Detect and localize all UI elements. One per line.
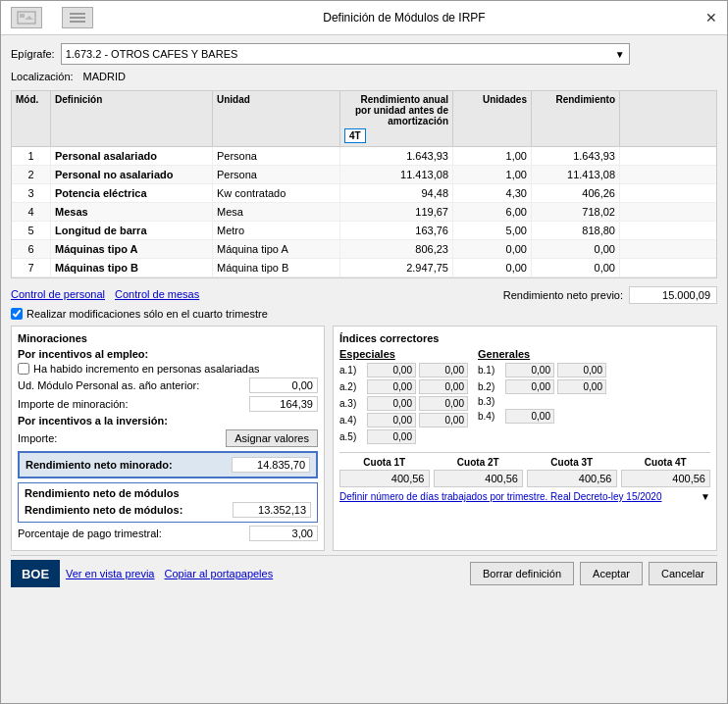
indices-row: a.3) [339,396,468,411]
a1-val1[interactable] [367,363,416,377]
footer-buttons: Borrar definición Aceptar Cancelar [470,562,717,585]
incremento-label: Ha habido incremento en personas asalari… [33,363,260,375]
td-unidad: Máquina tipo B [213,259,340,277]
td-unidades[interactable]: 6,00 [453,203,532,221]
rendimiento-modulos-label: Rendimiento neto de módulos: [25,504,229,516]
cancelar-button[interactable]: Cancelar [649,562,717,585]
th-mod: Mód. [12,91,51,146]
th-definicion: Definición [51,91,213,146]
th-unidad: Unidad [213,91,340,146]
a3-val1[interactable] [367,396,416,411]
b4-val1[interactable] [505,409,554,424]
table-row: 5 Longitud de barra Metro 163,76 5,00 81… [12,222,716,240]
incentivos-empleo-title: Por incentivos al empleo: [18,348,318,360]
localizacion-row: Localización: MADRID [11,69,717,84]
rendimiento-modulos-title: Rendimiento neto de módulos [25,487,311,499]
a4-val1[interactable] [367,413,416,427]
td-definicion: Personal asalariado [51,147,213,165]
incentivos-inversion-title: Por incentivos a la inversión: [18,415,318,427]
td-definicion: Mesas [51,203,213,221]
indices-cols: Especiales a.1) a.2) a.3) [339,348,710,446]
definir-dias-link[interactable]: Definir número de días trabajados por tr… [339,491,662,502]
td-unidades[interactable]: 1,00 [453,147,532,165]
rendimiento-minorado-input[interactable] [232,457,310,473]
td-rend-anual: 11.413,08 [340,166,453,183]
links-row: Control de personal Control de mesas Ren… [11,284,717,304]
title-icons [11,7,93,28]
b1-val1[interactable] [505,363,554,377]
svg-rect-5 [70,21,85,23]
a3-val2[interactable] [419,396,468,411]
cuota-3t-title: Cuota 3T [527,457,617,468]
window-title: Definición de Módulos de IRPF [103,11,705,25]
ud-modulo-input[interactable] [249,377,318,393]
td-rendimiento: 0,00 [532,259,620,277]
copiar-portapapeles-link[interactable]: Copiar al portapapeles [165,568,274,579]
rendimiento-minorado-label: Rendimiento neto minorado: [26,459,228,471]
td-mod: 7 [12,259,51,277]
control-mesas-link[interactable]: Control de mesas [115,288,199,300]
ver-vista-previa-link[interactable]: Ver en vista previa [66,568,155,579]
td-rendimiento: 718,02 [532,203,620,221]
indices-title: Índices correctores [339,332,710,344]
td-definicion: Potencia eléctrica [51,184,213,202]
cuota-3t-col: Cuota 3T 400,56 [527,457,617,487]
epigrafe-row: Epígrafe: 1.673.2 - OTROS CAFES Y BARES … [11,43,717,65]
td-unidades[interactable]: 0,00 [453,259,532,277]
indices-row: b.4) [478,409,606,424]
epigrafe-label: Epígrafe: [11,48,55,60]
close-button[interactable]: ✕ [705,10,717,25]
incremento-checkbox[interactable] [18,363,29,375]
a1-val2[interactable] [419,363,468,377]
dropdown-arrow-icon[interactable]: ▼ [615,49,625,60]
footer-row: BOE Ver en vista previa Copiar al portap… [11,555,717,587]
incremento-row: Ha habido incremento en personas asalari… [18,363,318,375]
td-unidad: Mesa [213,203,340,221]
aceptar-button[interactable]: Aceptar [580,562,643,585]
definir-dropdown-icon[interactable]: ▼ [701,491,710,502]
td-definicion: Personal no asalariado [51,166,213,183]
generales-col: Generales b.1) b.2) b.3) [478,348,606,446]
a2-val2[interactable] [419,379,468,394]
td-unidades[interactable]: 1,00 [453,166,532,183]
ud-modulo-row: Ud. Módulo Personal as. año anterior: [18,377,318,393]
asignar-valores-button[interactable]: Asignar valores [226,429,318,447]
td-definicion: Longitud de barra [51,222,213,239]
a4-val2[interactable] [419,413,468,427]
td-mod: 1 [12,147,51,165]
b2-val1[interactable] [505,379,554,394]
cuota-2t-title: Cuota 2T [434,457,524,468]
table-header: Mód. Definición Unidad Rendimiento anual… [12,91,716,147]
a5-val1[interactable] [367,429,416,444]
importe-minoracion-label: Importe de minoración: [18,398,245,410]
trimestre-checkbox[interactable] [11,308,23,320]
control-personal-link[interactable]: Control de personal [11,288,105,300]
importe-minoracion-input[interactable] [249,396,318,412]
epigrafe-select[interactable]: 1.673.2 - OTROS CAFES Y BARES ▼ [61,43,630,65]
list-icon [68,10,87,25]
porcentaje-row: Porcentaje de pago trimestral: [18,526,318,541]
rendimiento-modulos-input[interactable] [233,502,311,518]
b1-val2[interactable] [557,363,606,377]
indices-row: b.1) [478,363,606,377]
main-window: Definición de Módulos de IRPF ✕ Epígrafe… [0,0,728,704]
periodo-4t[interactable]: 4T [344,128,366,143]
table-row: 6 Máquinas tipo A Máquina tipo A 806,23 … [12,240,716,259]
td-unidades[interactable]: 5,00 [453,222,532,239]
td-unidades[interactable]: 4,30 [453,184,532,202]
rendimiento-neto-previo-label: Rendimiento neto previo: [503,289,623,301]
td-unidad: Metro [213,222,340,239]
cuota-3t-value: 400,56 [527,470,617,487]
td-rendimiento: 818,80 [532,222,620,239]
porcentaje-input[interactable] [249,526,318,541]
indices-row: a.2) [339,379,468,394]
epigrafe-value: 1.673.2 - OTROS CAFES Y BARES [66,48,238,60]
cuota-4t-title: Cuota 4T [621,457,711,468]
minoraciones-panel: Minoraciones Por incentivos al empleo: H… [11,326,325,551]
b2-val2[interactable] [557,379,606,394]
cuota-4t-value: 400,56 [621,470,711,487]
rendimiento-previo-row: Rendimiento neto previo: 15.000,09 [503,286,717,304]
borrar-definicion-button[interactable]: Borrar definición [470,562,574,585]
a2-val1[interactable] [367,379,416,394]
td-unidades[interactable]: 0,00 [453,240,532,258]
